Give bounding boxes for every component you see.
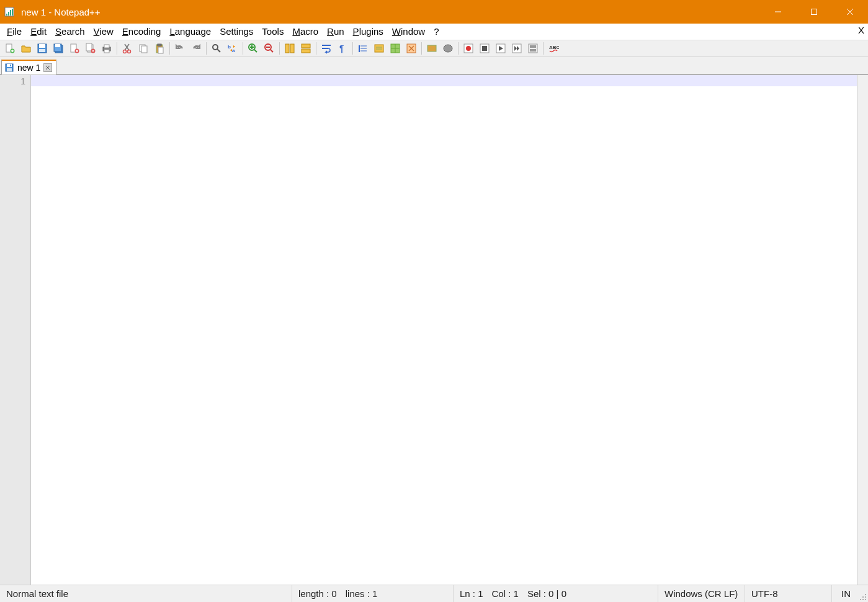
svg-text:b: b [228, 44, 231, 50]
svg-rect-52 [285, 44, 289, 53]
svg-rect-70 [427, 45, 436, 52]
save-all-button[interactable] [51, 42, 66, 55]
svg-point-93 [865, 599, 866, 600]
play-macro-button[interactable] [493, 42, 508, 55]
replace-icon: ba [227, 43, 238, 54]
status-filetype: Normal text file [0, 585, 292, 602]
zoom-in-button[interactable] [246, 42, 261, 55]
status-eol[interactable]: Windows (CR LF) [658, 585, 745, 602]
copy-button[interactable] [136, 42, 151, 55]
status-mode[interactable]: IN [832, 585, 857, 602]
status-length: length : 0 [298, 588, 337, 599]
vertical-scrollbar[interactable] [857, 75, 868, 585]
close-all-button[interactable] [83, 42, 98, 55]
maximize-button[interactable] [796, 0, 832, 24]
function-list-button[interactable] [424, 42, 439, 55]
save-macro-button[interactable] [526, 42, 540, 55]
zoom-in-icon [248, 43, 259, 54]
zoom-out-button[interactable] [262, 42, 277, 55]
file-tab[interactable]: new 1 [1, 60, 56, 74]
tab-close-button[interactable] [43, 63, 52, 72]
menu-macro[interactable]: Macro [288, 25, 323, 37]
undo-button[interactable] [172, 42, 187, 55]
wordwrap-button[interactable] [319, 42, 334, 55]
line-number: 1 [0, 76, 25, 86]
toolbar-separator [117, 42, 117, 55]
app-icon [4, 6, 15, 17]
svg-point-92 [862, 599, 864, 600]
svg-rect-85 [10, 65, 11, 66]
replace-button[interactable]: ba [225, 42, 240, 55]
menu-encoding[interactable]: Encoding [118, 25, 166, 37]
menu-bar: FileEditSearchViewEncodingLanguageSettin… [0, 24, 868, 40]
paste-button[interactable] [152, 42, 167, 55]
svg-point-73 [466, 46, 471, 51]
status-lines: lines : 1 [346, 588, 378, 599]
record-macro-icon [479, 43, 490, 54]
new-file-icon [4, 43, 16, 54]
menu-plugins[interactable]: Plugins [349, 25, 388, 37]
menu-[interactable]: ? [429, 25, 443, 37]
sync-v-button[interactable] [282, 42, 297, 55]
doc-list-icon [406, 43, 417, 54]
record-macro-button[interactable] [477, 42, 492, 55]
sync-h-icon [300, 43, 311, 54]
run-macro-multi-button[interactable] [509, 42, 524, 55]
open-file-button[interactable] [19, 42, 34, 55]
cut-icon [122, 43, 133, 54]
menu-tools[interactable]: Tools [257, 25, 288, 37]
redo-icon [190, 43, 202, 54]
cut-button[interactable] [120, 42, 135, 55]
monitoring-icon [463, 43, 474, 54]
print-button[interactable] [99, 42, 114, 55]
toolbar-separator [206, 42, 207, 55]
menu-language[interactable]: Language [165, 25, 215, 37]
svg-rect-80 [530, 49, 536, 52]
title-bar: new 1 - Notepad++ [0, 0, 868, 24]
text-editor[interactable] [31, 75, 857, 585]
toolbar-separator [169, 42, 170, 55]
resize-grip[interactable] [857, 585, 868, 602]
tab-bar: new 1 [0, 57, 868, 74]
monitoring-button[interactable] [461, 42, 476, 55]
undo-icon [174, 43, 186, 54]
menu-run[interactable]: Run [323, 25, 349, 37]
wordwrap-icon [321, 43, 332, 54]
tab-label: new 1 [17, 63, 40, 73]
new-file-button[interactable] [2, 42, 17, 55]
show-all-chars-button[interactable]: ¶ [335, 42, 350, 55]
print-icon [101, 43, 112, 54]
svg-point-90 [865, 596, 866, 598]
close-file-button[interactable] [67, 42, 82, 55]
save-button[interactable] [35, 42, 50, 55]
spellcheck-button[interactable]: ABC [546, 42, 561, 55]
toolbar-separator [243, 42, 243, 55]
svg-rect-53 [290, 44, 294, 53]
close-window-button[interactable] [832, 0, 868, 24]
find-button[interactable] [209, 42, 224, 55]
menu-close-button[interactable]: X [858, 25, 864, 35]
doc-list-button[interactable] [404, 42, 419, 55]
menu-edit[interactable]: Edit [26, 25, 51, 37]
indent-guide-button[interactable] [356, 42, 370, 55]
svg-point-33 [123, 50, 127, 53]
svg-rect-3 [10, 10, 11, 16]
copy-icon [138, 43, 149, 54]
toolbar-separator [279, 42, 280, 55]
menu-settings[interactable]: Settings [215, 25, 257, 37]
redo-button[interactable] [189, 42, 204, 55]
folder-workspace-button[interactable] [441, 42, 455, 55]
minimize-button[interactable] [760, 0, 796, 24]
menu-search[interactable]: Search [51, 25, 89, 37]
status-pos: Ln : 1 Col : 1 Sel : 0 | 0 [454, 585, 658, 602]
language-ud-button[interactable] [372, 42, 387, 55]
editor-area: 1 [0, 74, 868, 585]
status-bar: Normal text file length : 0 lines : 1 Ln… [0, 585, 868, 602]
menu-window[interactable]: Window [388, 25, 429, 37]
doc-map-button[interactable] [388, 42, 403, 55]
sync-h-button[interactable] [298, 42, 313, 55]
menu-file[interactable]: File [2, 25, 26, 37]
svg-rect-18 [55, 44, 60, 47]
menu-view[interactable]: View [89, 25, 118, 37]
status-encoding[interactable]: UTF-8 [745, 585, 832, 602]
